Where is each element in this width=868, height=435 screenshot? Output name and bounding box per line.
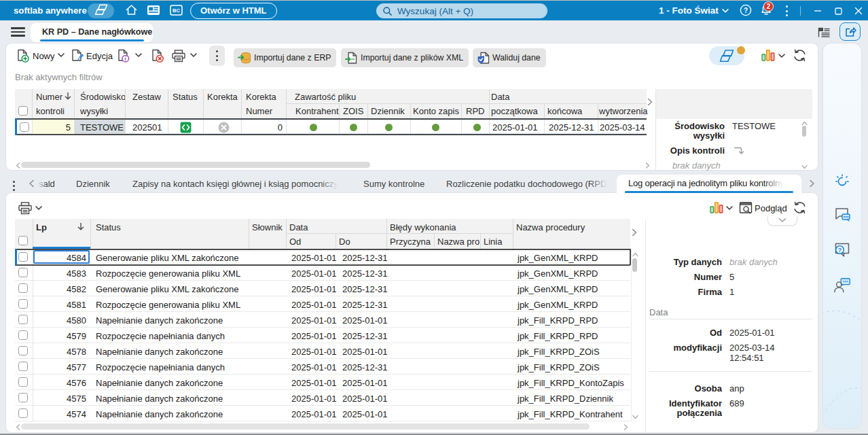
import-xml-button[interactable]: Importuj dane z plików XML	[341, 48, 469, 67]
grid2-hscroll-right-icon[interactable]	[622, 423, 629, 430]
row-checkbox[interactable]	[18, 408, 28, 418]
grid1-hscroll-right-icon[interactable]	[644, 162, 651, 169]
panel2-firma-value[interactable]: 1	[729, 287, 734, 297]
titlebar-menu-button[interactable]	[780, 4, 793, 18]
edit-record-button[interactable]	[71, 49, 85, 63]
table-row[interactable]: 4583 Rozpoczęcie generowania pliku XML 2…	[15, 265, 630, 281]
global-search-input[interactable]: Wyszukaj (Alt + Q)	[376, 3, 547, 18]
table-row[interactable]: 4578 Napełnianie danych zakończone 2025-…	[15, 343, 630, 359]
panel2-od-value[interactable]: 2025-01-01	[729, 328, 775, 338]
panel2-modyfikacji-value[interactable]: 2025-03-14	[729, 343, 775, 353]
grid2-hscroll-left-icon[interactable]	[14, 423, 21, 430]
row-checkbox[interactable]	[18, 252, 28, 262]
grid1-col-srodowisko-l2[interactable]: wysyłki	[80, 106, 108, 116]
subtab-rozliczenie-rpd[interactable]: Rozliczenie podatku dochodowego (RPD)	[446, 179, 607, 190]
chat-button[interactable]	[833, 205, 852, 225]
grid1-select-all-checkbox[interactable]	[18, 106, 28, 116]
grid1-cell-poczatkowa[interactable]: 2025-01-01	[492, 122, 538, 133]
table-row[interactable]: 4577 Rozpoczęcie napełniania danych 2025…	[15, 359, 630, 375]
subtab-zapisy[interactable]: Zapisy na kontach księgi głównej i ksiąg…	[132, 179, 338, 190]
tab-kr-pd-dane-naglowkowe[interactable]: KR PD – Dane nagłówkowe	[31, 23, 153, 42]
grid2-expand-chevron-icon[interactable]	[631, 229, 638, 236]
grid1-col-poczatkowa[interactable]: początkowa	[491, 106, 538, 116]
grid1-col-status[interactable]: Status	[173, 92, 198, 102]
grid2-col-slownik[interactable]: Słownik	[252, 222, 283, 232]
row-checkbox[interactable]	[18, 283, 28, 293]
open-in-html-button[interactable]: Otwórz w HTML	[190, 3, 277, 19]
panel1-scrollbar[interactable]	[802, 126, 806, 137]
news-button[interactable]	[147, 4, 160, 18]
grid1-band-data[interactable]: Data	[491, 92, 509, 102]
grid2-col-od[interactable]: Od	[289, 237, 301, 247]
subtabs-menu-button[interactable]	[13, 179, 15, 192]
grid2-select-all-checkbox[interactable]	[18, 236, 28, 245]
grid1-col-korekta[interactable]: Korekta	[207, 92, 238, 102]
toolbar-more-button[interactable]	[209, 46, 225, 66]
new-button-label[interactable]: Nowy	[33, 51, 55, 62]
company-selector[interactable]: 1 - Foto Świat	[659, 1, 719, 21]
table-row[interactable]: 4575 Napełnianie danych zakończone 2025-…	[15, 390, 630, 406]
grid2-col-lp[interactable]: Lp	[36, 222, 47, 232]
panel2-modyfikacji-value-l2[interactable]: 12:54:51	[729, 353, 764, 363]
row-checkbox[interactable]	[18, 330, 28, 340]
row-checkbox[interactable]	[18, 362, 28, 371]
contact-button[interactable]	[833, 275, 852, 296]
grid1-hscrollbar[interactable]	[21, 162, 370, 168]
grid1-col-korekta-numer[interactable]: Korekta	[246, 92, 276, 102]
log-print-chevron-icon[interactable]	[35, 206, 42, 211]
share-button[interactable]	[839, 22, 861, 41]
log-chart-chevron-icon[interactable]	[726, 206, 733, 211]
preview-label[interactable]: Podgląd	[755, 203, 787, 214]
help-button[interactable]: ?	[739, 4, 753, 18]
grid1-col-korekta-numer-l2[interactable]: Numer	[246, 106, 272, 116]
grid2-col-do[interactable]: Do	[339, 237, 350, 247]
subtabs-scroll-right-icon[interactable]	[808, 180, 815, 187]
grid1-col-kontrahent[interactable]: Kontrahent	[295, 106, 339, 116]
layout-panel-button[interactable]	[817, 27, 831, 38]
grid1-col-wytworzenia[interactable]: wytworzenia	[599, 106, 648, 116]
table-row[interactable]: 4584 Generowanie pliku XML zakończone 20…	[15, 249, 630, 265]
panel2-identyfikator-value[interactable]: 689	[729, 398, 744, 408]
grid1-col-koncowa[interactable]: końcowa	[547, 106, 582, 116]
row-checkbox[interactable]	[18, 268, 28, 277]
chart-chevron-icon[interactable]	[778, 54, 785, 58]
panel2-typ-danych-value[interactable]: brak danych	[729, 257, 778, 267]
help-chat-button[interactable]: ?	[833, 240, 852, 260]
grid2-col-nazwa-proc[interactable]: Nazwa proc	[437, 237, 480, 247]
grid1-cell-koncowa[interactable]: 2025-12-31	[549, 122, 594, 133]
grid1-expand-chevron-icon[interactable]	[647, 99, 653, 105]
grid1-cell-korekta-numer[interactable]: 0	[245, 122, 283, 133]
row-checkbox[interactable]	[18, 377, 28, 387]
new-chevron-icon[interactable]	[58, 53, 65, 58]
table-row[interactable]: 4580 Napełnianie danych zakończone 2025-…	[15, 312, 630, 328]
menu-icon[interactable]	[11, 27, 25, 37]
panel2-numer-value[interactable]: 5	[729, 272, 734, 282]
row-checkbox[interactable]	[18, 315, 28, 324]
log-print-button[interactable]	[18, 201, 33, 215]
log-chart-button[interactable]	[710, 201, 723, 215]
grid2-band-bledy[interactable]: Błędy wykonania	[390, 222, 456, 232]
print-button[interactable]	[171, 49, 186, 63]
wrap-arrow-icon[interactable]	[734, 146, 744, 158]
document-info-button[interactable]: i	[117, 49, 130, 63]
grid1-cell-zestaw[interactable]: 202501	[132, 122, 162, 133]
grid1-hscroll-left-icon[interactable]	[14, 162, 21, 169]
table-row[interactable]: 4582 Generowanie pliku XML zakończone 20…	[15, 281, 630, 296]
import-erp-button[interactable]: Importuj dane z ERP	[234, 48, 336, 67]
collapse-panel-button[interactable]	[767, 216, 797, 226]
delete-record-button[interactable]	[151, 49, 164, 63]
sort-descending-icon[interactable]	[77, 222, 85, 233]
table-row[interactable]: 4576 Napełnianie danych zakończone 2025-…	[15, 375, 630, 390]
table-row[interactable]: 4574 Napełnianie danych zakończone 2025-…	[15, 406, 630, 421]
new-record-button[interactable]	[16, 49, 30, 63]
row-checkbox[interactable]	[18, 393, 28, 402]
subtab-log-operacji[interactable]: Log operacji na jednolitym pliku kontrol…	[617, 175, 801, 193]
log-refresh-button[interactable]	[793, 201, 807, 215]
grid1-col-konto-zapis[interactable]: Konto zapis	[413, 106, 459, 116]
grid1-col-zestaw[interactable]: Zestaw	[132, 92, 161, 102]
grid1-col-numer-l2[interactable]: kontroli	[36, 106, 65, 116]
grid2-col-status[interactable]: Status	[96, 222, 121, 232]
validate-button[interactable]: Waliduj dane	[473, 48, 546, 67]
close-button[interactable]	[848, 1, 868, 21]
row-checkbox[interactable]	[18, 299, 28, 309]
